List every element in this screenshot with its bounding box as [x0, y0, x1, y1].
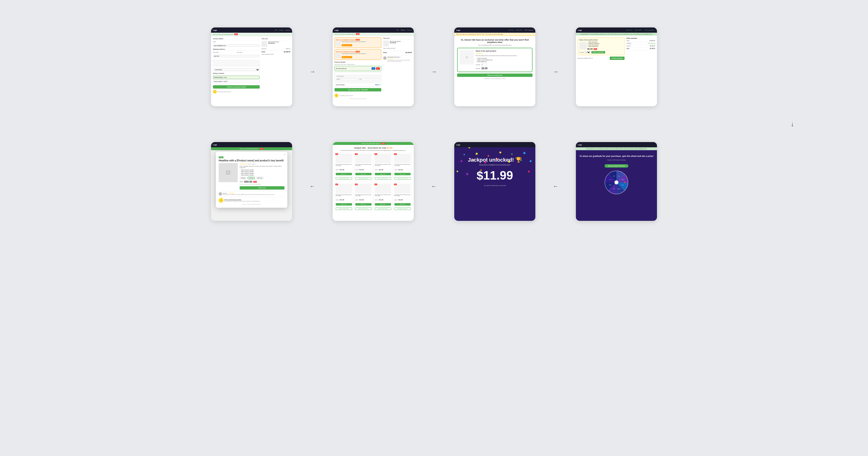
s4-product-price-label: Product	[626, 45, 630, 47]
s1-discount-code[interactable]: Have a discount code?	[261, 54, 290, 55]
s8-popup-body: 🖼 ★★★★★ 4.9 of 5 reviews Craft a Headlin…	[219, 163, 284, 190]
s1-first-input[interactable]	[213, 55, 236, 57]
s2-pay-btn[interactable]: Pay securely now - $2,198.56	[335, 88, 381, 91]
s7-more-btn-2[interactable]: More about the product	[355, 177, 372, 179]
screen-bundle: Hurry up, the special offer expires in N…	[333, 142, 414, 221]
s2-expiry-input[interactable]	[336, 78, 358, 81]
s4-phone: Need help? (888) 01 567 34	[578, 58, 593, 59]
s1-right-panel: Your cart Name of the product $2,199.00 …	[261, 38, 290, 102]
s7-add-btn-2[interactable]: Add to order	[355, 173, 372, 175]
label-8: 20%	[613, 175, 615, 177]
s2-discount-code[interactable]: Have a discount code?	[383, 48, 412, 49]
s7-price-row-6: $19.99 $11.99	[355, 197, 372, 201]
s3-no-btn[interactable]: No thanks, I am not interested in saving	[457, 78, 532, 79]
s1-express-label: Express delivery - $12.90	[214, 81, 227, 82]
s7-more-btn-8[interactable]: More about the product	[395, 207, 411, 210]
s4-step-2: Special offer ✓	[635, 29, 643, 31]
label-6: Buy2	[609, 184, 612, 186]
s8-qty-opt-2[interactable]: 2 ($13.3/pc)	[248, 177, 255, 179]
s4-qty-row: Quantity 1 Add to my initial order	[580, 51, 623, 54]
s1-address-field	[213, 58, 260, 63]
s7-img-8	[395, 184, 411, 194]
s7-more-btn-3[interactable]: More about the product	[375, 177, 391, 179]
s4-add-btn[interactable]: Add to my initial order	[591, 51, 605, 54]
s7-name-5: Best selling product with high enough pr…	[336, 194, 352, 197]
s2-guarantee-badge: ✓	[335, 93, 338, 97]
s2-left-panel: Add 1 year of additional warranty +$10.9…	[335, 37, 381, 101]
s1-delivery-section: Delivery method Standard delivery - Free…	[213, 73, 260, 83]
s7-add-btn-7[interactable]: Add to order	[375, 203, 391, 205]
s7-product-4: 40% Best selling product with high enoug…	[393, 152, 412, 181]
s2-paypal-option[interactable]: Pay with Paypal PayPal	[335, 83, 381, 87]
s7-add-btn-5[interactable]: Add to order	[336, 203, 352, 205]
s2-cvv-input[interactable]	[359, 78, 380, 81]
s4-continue-btn[interactable]: Continue shopping	[610, 57, 624, 60]
s3-add-btn[interactable]: Add to my initial order	[457, 74, 532, 77]
s7-price-row-8: $19.99 $11.99	[395, 197, 411, 201]
s7-price-7: $11.99	[379, 199, 383, 201]
s7-more-btn-5[interactable]: More about the product	[336, 207, 352, 210]
s3-qty-input[interactable]	[481, 63, 487, 66]
s4-attr-4: ✓ Boost target focus	[587, 46, 623, 47]
s2-upsell-btn-2[interactable]: Add warranty to cart	[342, 56, 352, 58]
s8-navbar[interactable]: Logo	[211, 142, 292, 147]
s1-discount-label: Discount	[261, 48, 266, 50]
s1-navbar: Logo Cart Shipping Payment	[211, 27, 292, 33]
s1-country-select[interactable]: United States	[213, 68, 260, 71]
s1-shipping-title: Shipping address	[213, 49, 260, 51]
s3-benefit-3: Boost weight loss	[476, 61, 530, 62]
s7-add-btn-6[interactable]: Add to order	[355, 203, 372, 205]
screen-payment: Logo Cart Shipping Payment Hurry up! You…	[333, 27, 414, 106]
s5-spin-btn[interactable]: Spin the wheel of fortune	[604, 164, 628, 168]
s2-upsell-btn-1[interactable]: Add warranty to cart	[342, 44, 352, 46]
s4-qty-select[interactable]: 1	[585, 51, 591, 54]
s1-standard-delivery[interactable]: Standard delivery - Free	[213, 76, 260, 79]
s7-old-price-1: $19.99	[336, 169, 339, 170]
s7-headline: Jackpot offer - all products for only $1…	[335, 147, 412, 149]
s7-add-btn-4[interactable]: Add to order	[395, 173, 411, 175]
s7-product-2: 40% Best selling product with high enoug…	[354, 152, 373, 181]
s3-product-image: 🖼	[460, 50, 474, 64]
s7-name-7: Best selling product with high enough pr…	[375, 194, 391, 197]
s8-benefit-4: Other product's benefits	[240, 174, 284, 176]
arrow-4-5-container: ↓	[31, 120, 837, 128]
s7-add-btn-3[interactable]: Add to order	[375, 173, 391, 175]
s8-close-btn[interactable]: ×	[284, 153, 285, 156]
s2-credit-card-option[interactable]: Pay with credit card VISA MC	[335, 66, 381, 71]
s7-more-btn-4[interactable]: More about the product	[395, 177, 411, 179]
s3-product-card: 🖼 Name of the spell product ★★★★★ Short …	[457, 48, 532, 72]
s2-guarantee-text: 60 Days Money Back Guarantee	[339, 95, 353, 96]
s4-right-panel: Order summary Order 123456789 Shipping F…	[626, 37, 655, 60]
s7-name-8: Best selling product with high enough pr…	[395, 194, 411, 197]
s1-postal-input[interactable]	[213, 64, 236, 66]
s2-from-label: From	[383, 52, 387, 53]
s7-more-btn-1[interactable]: More about the product	[336, 177, 352, 179]
s2-card-icons: VISA MC	[372, 67, 380, 70]
s8-qty-opt-3[interactable]: 3 ($11.7/pc)	[256, 177, 263, 179]
s4-product-image	[580, 42, 587, 50]
s7-more-btn-7[interactable]: More about the product	[375, 207, 391, 210]
s4-price-badge: NEW	[593, 48, 597, 50]
s7-img-5	[336, 184, 352, 194]
s8-order-btn[interactable]: Order now	[240, 186, 284, 190]
s5-alert-bar: Congratulations! You successfully comple…	[576, 147, 657, 150]
s1-city-input[interactable]	[237, 64, 260, 66]
s1-last-input[interactable]	[237, 55, 260, 57]
s2-upsell-badge-2: +$10.99	[355, 51, 360, 53]
s1-email-input[interactable]	[213, 45, 260, 47]
s7-more-btn-6[interactable]: More about the product	[355, 207, 372, 210]
arrow-7-8: →	[306, 183, 318, 190]
s1-express-delivery[interactable]: Express delivery - $12.90	[213, 80, 260, 83]
s7-add-btn-1[interactable]: Add to order	[336, 173, 352, 175]
s7-price-3: $11.99	[379, 169, 383, 170]
s1-address-input[interactable]	[213, 60, 260, 62]
s2-review: Christopher Paysome ✓ ★★★★★ Lorem ipsum …	[383, 55, 412, 62]
s1-guarantee: ✓ 60 Days Money Back Guarantee	[213, 90, 260, 93]
s7-body: Jackpot offer - all products for only $1…	[333, 145, 414, 213]
s1-continue-btn[interactable]: Continue to payment details	[213, 85, 260, 89]
s7-price-6: $11.99	[359, 199, 364, 201]
s1-last-name-field: Last name	[237, 52, 260, 58]
s2-card-number-input[interactable]	[336, 75, 380, 77]
s8-qty-opt-1[interactable]: 1 (69.9/pc)	[240, 177, 247, 179]
s7-add-btn-8[interactable]: Add to order	[395, 203, 411, 205]
